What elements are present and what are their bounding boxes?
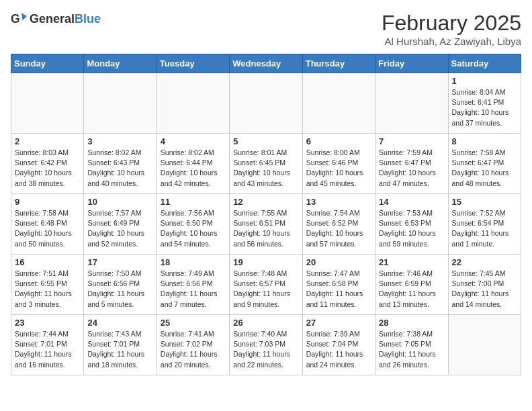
day-number: 16 <box>15 257 80 267</box>
calendar-day-cell <box>11 73 84 134</box>
day-number: 11 <box>161 197 226 207</box>
calendar-week-row: 1Sunrise: 8:04 AM Sunset: 6:41 PM Daylig… <box>11 73 521 134</box>
calendar-day-cell: 17Sunrise: 7:50 AM Sunset: 6:56 PM Dayli… <box>84 255 157 315</box>
day-number: 15 <box>452 197 517 207</box>
calendar-day-cell: 15Sunrise: 7:52 AM Sunset: 6:54 PM Dayli… <box>448 194 521 255</box>
logo: G GeneralBlue <box>11 11 101 27</box>
calendar-day-cell: 9Sunrise: 7:58 AM Sunset: 6:48 PM Daylig… <box>11 194 84 255</box>
calendar-day-cell: 6Sunrise: 8:00 AM Sunset: 6:46 PM Daylig… <box>302 134 375 194</box>
day-info: Sunrise: 8:02 AM Sunset: 6:44 PM Dayligh… <box>161 148 226 189</box>
day-info: Sunrise: 8:01 AM Sunset: 6:45 PM Dayligh… <box>233 148 298 189</box>
day-number: 6 <box>306 136 371 146</box>
calendar-day-cell <box>230 73 302 134</box>
calendar-day-cell: 13Sunrise: 7:54 AM Sunset: 6:52 PM Dayli… <box>302 194 375 255</box>
day-number: 14 <box>379 197 444 207</box>
day-number: 23 <box>15 318 80 328</box>
day-number: 26 <box>233 318 298 328</box>
weekday-header-cell: Friday <box>375 54 448 73</box>
calendar-week-row: 16Sunrise: 7:51 AM Sunset: 6:55 PM Dayli… <box>11 255 521 315</box>
calendar-day-cell: 1Sunrise: 8:04 AM Sunset: 6:41 PM Daylig… <box>448 73 521 134</box>
day-info: Sunrise: 7:52 AM Sunset: 6:54 PM Dayligh… <box>452 208 517 249</box>
day-info: Sunrise: 7:40 AM Sunset: 7:03 PM Dayligh… <box>233 329 298 370</box>
day-info: Sunrise: 8:02 AM Sunset: 6:43 PM Dayligh… <box>87 148 152 189</box>
calendar-day-cell: 23Sunrise: 7:44 AM Sunset: 7:01 PM Dayli… <box>11 315 84 375</box>
day-number: 10 <box>87 197 152 207</box>
day-info: Sunrise: 7:41 AM Sunset: 7:02 PM Dayligh… <box>161 329 226 370</box>
day-number: 17 <box>87 257 152 267</box>
day-number: 18 <box>161 257 226 267</box>
calendar-day-cell: 21Sunrise: 7:46 AM Sunset: 6:59 PM Dayli… <box>375 255 448 315</box>
day-info: Sunrise: 7:59 AM Sunset: 6:47 PM Dayligh… <box>379 148 444 189</box>
calendar-day-cell: 10Sunrise: 7:57 AM Sunset: 6:49 PM Dayli… <box>84 194 157 255</box>
day-number: 12 <box>233 197 298 207</box>
calendar-day-cell: 12Sunrise: 7:55 AM Sunset: 6:51 PM Dayli… <box>230 194 302 255</box>
day-info: Sunrise: 8:00 AM Sunset: 6:46 PM Dayligh… <box>306 148 371 189</box>
calendar-day-cell: 2Sunrise: 8:03 AM Sunset: 6:42 PM Daylig… <box>11 134 84 194</box>
day-number: 21 <box>379 257 444 267</box>
day-info: Sunrise: 8:03 AM Sunset: 6:42 PM Dayligh… <box>15 148 80 189</box>
calendar-day-cell: 19Sunrise: 7:48 AM Sunset: 6:57 PM Dayli… <box>230 255 302 315</box>
day-number: 8 <box>452 136 517 146</box>
calendar-week-row: 9Sunrise: 7:58 AM Sunset: 6:48 PM Daylig… <box>11 194 521 255</box>
weekday-header-cell: Sunday <box>11 54 84 73</box>
day-number: 13 <box>306 197 371 207</box>
page-header: G GeneralBlue February 2025 Al Hurshah, … <box>11 11 521 47</box>
calendar-day-cell: 5Sunrise: 8:01 AM Sunset: 6:45 PM Daylig… <box>230 134 302 194</box>
calendar-day-cell: 11Sunrise: 7:56 AM Sunset: 6:50 PM Dayli… <box>157 194 229 255</box>
calendar-body: 1Sunrise: 8:04 AM Sunset: 6:41 PM Daylig… <box>11 73 521 375</box>
day-number: 28 <box>379 318 444 328</box>
day-info: Sunrise: 7:45 AM Sunset: 7:00 PM Dayligh… <box>452 269 517 310</box>
calendar-day-cell <box>375 73 448 134</box>
calendar-week-row: 23Sunrise: 7:44 AM Sunset: 7:01 PM Dayli… <box>11 315 521 375</box>
day-info: Sunrise: 7:55 AM Sunset: 6:51 PM Dayligh… <box>233 208 298 249</box>
calendar-day-cell: 3Sunrise: 8:02 AM Sunset: 6:43 PM Daylig… <box>84 134 157 194</box>
day-info: Sunrise: 7:57 AM Sunset: 6:49 PM Dayligh… <box>87 208 152 249</box>
day-number: 27 <box>306 318 371 328</box>
day-info: Sunrise: 7:54 AM Sunset: 6:52 PM Dayligh… <box>306 208 371 249</box>
location-title: Al Hurshah, Az Zawiyah, Libya <box>382 36 521 47</box>
day-info: Sunrise: 7:58 AM Sunset: 6:47 PM Dayligh… <box>452 148 517 189</box>
calendar-week-row: 2Sunrise: 8:03 AM Sunset: 6:42 PM Daylig… <box>11 134 521 194</box>
logo-blue: Blue <box>75 12 101 26</box>
day-number: 5 <box>233 136 298 146</box>
calendar-day-cell: 22Sunrise: 7:45 AM Sunset: 7:00 PM Dayli… <box>448 255 521 315</box>
day-number: 19 <box>233 257 298 267</box>
calendar-day-cell: 27Sunrise: 7:39 AM Sunset: 7:04 PM Dayli… <box>302 315 375 375</box>
calendar-day-cell: 18Sunrise: 7:49 AM Sunset: 6:56 PM Dayli… <box>157 255 229 315</box>
calendar-day-cell: 4Sunrise: 8:02 AM Sunset: 6:44 PM Daylig… <box>157 134 229 194</box>
weekday-header-cell: Tuesday <box>157 54 229 73</box>
calendar-table: SundayMondayTuesdayWednesdayThursdayFrid… <box>11 54 521 375</box>
day-number: 22 <box>452 257 517 267</box>
day-info: Sunrise: 7:56 AM Sunset: 6:50 PM Dayligh… <box>161 208 226 249</box>
calendar-day-cell: 14Sunrise: 7:53 AM Sunset: 6:53 PM Dayli… <box>375 194 448 255</box>
day-number: 1 <box>452 76 517 86</box>
calendar-day-cell: 26Sunrise: 7:40 AM Sunset: 7:03 PM Dayli… <box>230 315 302 375</box>
calendar-day-cell <box>157 73 229 134</box>
calendar-day-cell <box>448 315 521 375</box>
day-info: Sunrise: 7:53 AM Sunset: 6:53 PM Dayligh… <box>379 208 444 249</box>
day-number: 4 <box>161 136 226 146</box>
title-block: February 2025 Al Hurshah, Az Zawiyah, Li… <box>382 11 521 47</box>
day-number: 20 <box>306 257 371 267</box>
weekday-header-cell: Saturday <box>448 54 521 73</box>
calendar-day-cell <box>84 73 157 134</box>
calendar-day-cell: 28Sunrise: 7:38 AM Sunset: 7:05 PM Dayli… <box>375 315 448 375</box>
day-number: 9 <box>15 197 80 207</box>
day-info: Sunrise: 7:50 AM Sunset: 6:56 PM Dayligh… <box>87 269 152 310</box>
day-info: Sunrise: 7:47 AM Sunset: 6:58 PM Dayligh… <box>306 269 371 310</box>
day-number: 7 <box>379 136 444 146</box>
weekday-header-cell: Thursday <box>302 54 375 73</box>
day-info: Sunrise: 7:39 AM Sunset: 7:04 PM Dayligh… <box>306 329 371 370</box>
svg-marker-1 <box>21 13 27 20</box>
day-info: Sunrise: 7:38 AM Sunset: 7:05 PM Dayligh… <box>379 329 444 370</box>
svg-text:G: G <box>11 12 20 26</box>
calendar-day-cell: 25Sunrise: 7:41 AM Sunset: 7:02 PM Dayli… <box>157 315 229 375</box>
day-info: Sunrise: 8:04 AM Sunset: 6:41 PM Dayligh… <box>452 87 517 128</box>
calendar-day-cell: 16Sunrise: 7:51 AM Sunset: 6:55 PM Dayli… <box>11 255 84 315</box>
calendar-day-cell: 8Sunrise: 7:58 AM Sunset: 6:47 PM Daylig… <box>448 134 521 194</box>
day-number: 25 <box>161 318 226 328</box>
logo-general: General <box>30 12 75 26</box>
calendar-day-cell <box>302 73 375 134</box>
day-info: Sunrise: 7:44 AM Sunset: 7:01 PM Dayligh… <box>15 329 80 370</box>
day-info: Sunrise: 7:48 AM Sunset: 6:57 PM Dayligh… <box>233 269 298 310</box>
